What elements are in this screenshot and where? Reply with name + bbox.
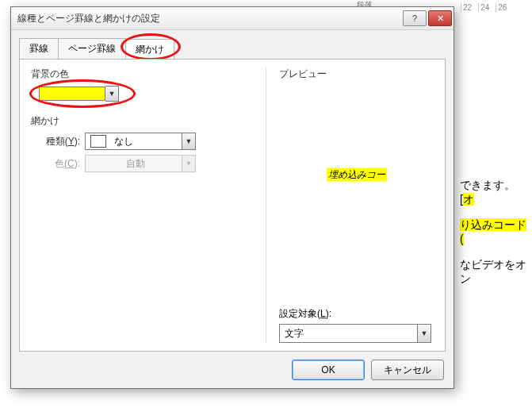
pattern-color-value: 自動 — [86, 157, 182, 171]
help-button[interactable]: ? — [403, 10, 427, 26]
apply-to-label: 設定対象(L): — [279, 307, 434, 321]
apply-to-value: 文字 — [280, 325, 417, 342]
preview-sample-text: 埋め込みコー — [327, 167, 387, 181]
apply-to-combo[interactable]: 文字 ▼ — [279, 324, 431, 343]
pattern-sample-icon — [90, 135, 106, 148]
dialog-titlebar: 線種とページ罫線と網かけの設定 ? ✕ — [11, 7, 454, 30]
preview-label: プレビュー — [279, 67, 434, 81]
close-button[interactable]: ✕ — [428, 10, 452, 26]
dialog-tabs: 罫線 ページ罫線 網かけ — [19, 38, 446, 59]
dialog-button-row: OK キャンセル — [11, 352, 454, 388]
chevron-down-icon: ▼ — [416, 327, 433, 340]
ruler: 22 24 26 — [461, 1, 532, 13]
pattern-style-label: 種類(Y): — [39, 135, 80, 148]
pattern-color-combo: 自動 ▼ — [85, 155, 196, 172]
shading-group-label: 網かけ — [31, 114, 261, 128]
chevron-down-icon: ▼ — [109, 90, 116, 98]
document-text-line: なビデオをオン — [460, 258, 528, 287]
pattern-style-dropdown[interactable]: ▼ — [182, 133, 195, 149]
borders-and-shading-dialog: 線種とページ罫線と網かけの設定 ? ✕ 罫線 ページ罫線 網かけ 背景の色 ▼ … — [10, 6, 454, 389]
fill-color-dropdown[interactable]: ▼ — [105, 86, 119, 102]
tab-borders[interactable]: 罫線 — [19, 38, 59, 59]
chevron-down-icon: ▼ — [186, 137, 193, 145]
fill-color-swatch[interactable] — [39, 87, 105, 101]
pattern-style-value: なし — [111, 135, 182, 148]
fill-color-label: 背景の色 — [31, 67, 261, 81]
document-text-line: できます。[オ — [460, 179, 528, 207]
document-text-line: り込みコード( — [460, 218, 528, 245]
tab-page-border[interactable]: ページ罫線 — [58, 38, 126, 59]
ruler-mark: 22 — [461, 3, 472, 12]
preview-area: 埋め込みコー — [279, 86, 434, 307]
ruler-mark: 26 — [496, 3, 507, 12]
pattern-color-label: 色(C): — [39, 157, 80, 171]
cancel-button[interactable]: キャンセル — [371, 360, 444, 380]
pattern-color-dropdown: ▼ — [182, 156, 195, 171]
chevron-down-icon: ▼ — [186, 160, 193, 167]
tab-shading[interactable]: 網かけ — [125, 39, 174, 60]
dialog-panel: 背景の色 ▼ 網かけ 種類(Y): なし — [19, 59, 446, 352]
ruler-mark: 24 — [478, 3, 489, 12]
pattern-style-combo[interactable]: なし ▼ — [85, 133, 196, 150]
apply-to-dropdown[interactable]: ▼ — [417, 325, 431, 342]
ok-button[interactable]: OK — [292, 360, 365, 380]
dialog-title: 線種とページ罫線と網かけの設定 — [17, 12, 401, 25]
